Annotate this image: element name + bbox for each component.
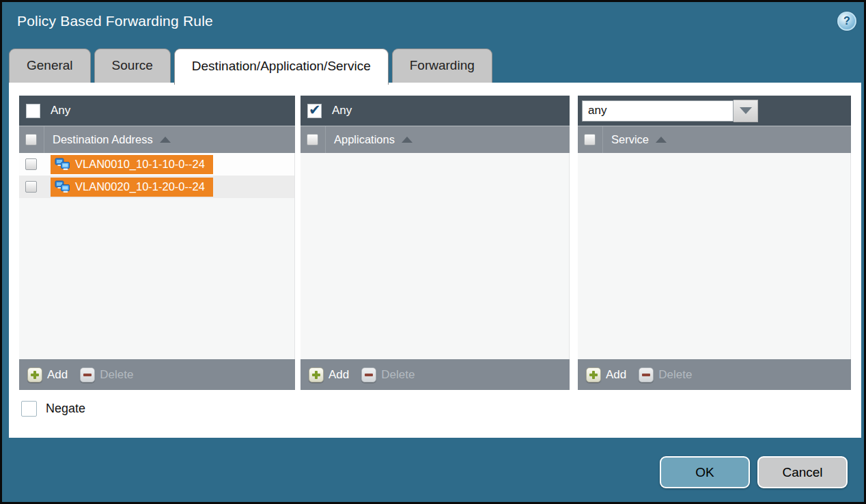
applications-any-bar: Any [301,96,570,126]
destination-any-label: Any [51,104,70,117]
delete-icon[interactable] [80,367,95,382]
dialog-background: Policy Based Forwarding Rule ? General S… [2,2,864,502]
destination-header-sort[interactable]: Destination Address [44,126,295,153]
table-row[interactable]: VLAN0010_10-1-10-0--24 [19,153,294,176]
service-panel: Service Add Delete [578,96,851,390]
applications-column-header: Applications [301,126,570,153]
destination-any-bar: Any [19,96,295,126]
applications-select-all-checkbox[interactable] [307,134,318,145]
row-checkbox[interactable] [25,158,37,170]
applications-any-checkbox[interactable] [307,104,322,118]
cancel-button[interactable]: Cancel [757,456,848,488]
applications-header-label: Applications [334,133,395,146]
network-icon [55,158,70,171]
service-select-all-checkbox[interactable] [584,134,596,145]
destination-column-header: Destination Address [19,126,295,153]
destination-header-label: Destination Address [53,133,153,146]
applications-list [301,153,570,359]
policy-based-forwarding-dialog: Policy Based Forwarding Rule ? General S… [0,0,866,504]
address-object-chip[interactable]: VLAN0010_10-1-10-0--24 [51,155,213,174]
service-any-bar [578,96,851,126]
add-icon[interactable] [27,367,42,382]
applications-header-sort[interactable]: Applications [325,126,570,153]
sort-ascending-icon [656,137,667,143]
delete-button: Delete [381,368,415,382]
add-icon[interactable] [586,367,601,382]
chevron-down-icon [740,107,752,114]
applications-footer-bar: Add Delete [301,359,570,390]
destination-list: VLAN0010_10-1-10-0--24 [19,153,295,359]
delete-icon[interactable] [361,367,376,382]
address-object-name: VLAN0010_10-1-10-0--24 [75,158,205,171]
ok-button[interactable]: OK [660,456,750,488]
address-object-name: VLAN0020_10-1-20-0--24 [75,180,205,193]
table-row[interactable]: VLAN0020_10-1-20-0--24 [19,176,294,198]
service-column-header: Service [578,126,851,153]
service-header-label: Service [611,133,649,146]
row-checkbox[interactable] [25,181,37,193]
sort-ascending-icon [402,137,413,143]
delete-button: Delete [100,368,133,382]
add-button[interactable]: Add [47,368,68,382]
service-combo-input[interactable] [582,100,734,122]
negate-checkbox[interactable] [21,401,37,417]
destination-any-checkbox[interactable] [26,104,40,118]
tab-bar: General Source Destination/Application/S… [9,48,492,85]
address-object-chip[interactable]: VLAN0020_10-1-20-0--24 [51,178,213,197]
add-icon[interactable] [309,367,324,382]
destination-select-all-checkbox[interactable] [25,134,37,145]
delete-button: Delete [658,368,692,382]
applications-panel: Any Applications Add Delete [301,96,570,390]
add-button[interactable]: Add [329,368,349,382]
service-header-sort[interactable]: Service [602,126,851,153]
add-button[interactable]: Add [606,368,626,382]
service-combobox [582,100,758,122]
tab-source[interactable]: Source [94,48,171,83]
sort-ascending-icon [160,137,171,143]
help-icon[interactable]: ? [837,12,856,31]
delete-icon[interactable] [639,367,654,382]
negate-label: Negate [46,402,85,416]
network-icon [55,180,70,193]
tab-destination-application-service[interactable]: Destination/Application/Service [174,48,389,85]
destination-address-panel: Any Destination Address [19,96,295,390]
applications-any-label: Any [332,104,352,117]
tab-forwarding[interactable]: Forwarding [392,48,492,83]
service-footer-bar: Add Delete [578,359,851,390]
destination-footer-bar: Add Delete [19,359,295,390]
service-list [578,153,851,359]
tab-general[interactable]: General [9,48,91,83]
dialog-title: Policy Based Forwarding Rule [17,13,213,29]
service-combo-dropdown-button[interactable] [734,100,758,122]
negate-option: Negate [21,401,85,417]
